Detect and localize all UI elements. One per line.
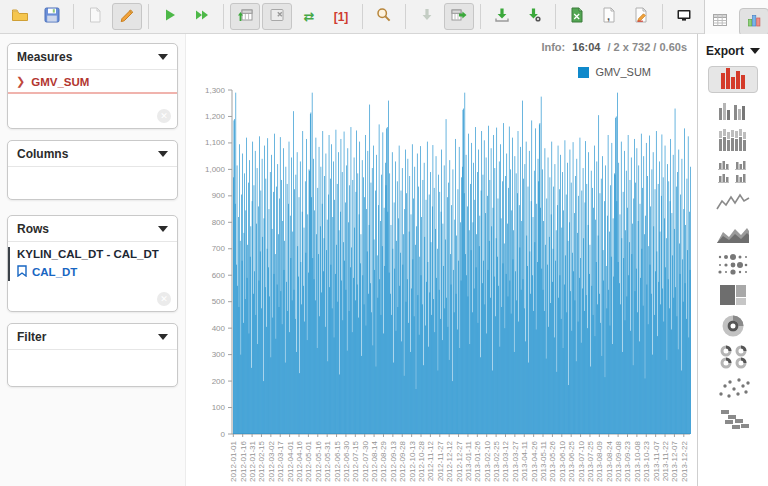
chart-type-grouped-bar-button[interactable] xyxy=(708,97,758,124)
svg-text:2013-05-11: 2013-05-11 xyxy=(539,440,548,481)
svg-text:2012-04-01: 2012-04-01 xyxy=(286,440,295,481)
chart-type-line-button[interactable] xyxy=(708,190,758,217)
expand-chevron-icon[interactable]: ❯ xyxy=(16,75,25,88)
columns-panel: Columns xyxy=(7,140,178,200)
mdx-editor-button[interactable]: [1] xyxy=(326,3,356,30)
chart-type-sunburst-button[interactable] xyxy=(708,314,758,341)
chart-type-bar-button[interactable] xyxy=(708,66,758,93)
chart-type-scatter-button[interactable] xyxy=(708,376,758,403)
columns-panel-body[interactable] xyxy=(8,167,177,199)
chart-legend[interactable]: GMV_SUM xyxy=(186,66,651,78)
svg-text:2013-12-07: 2013-12-07 xyxy=(670,440,679,481)
edit-query-button[interactable] xyxy=(112,3,142,30)
export-dropdown[interactable]: Export xyxy=(706,44,760,58)
filter-panel-header[interactable]: Filter xyxy=(8,324,177,350)
swap-axis-button[interactable]: ⇄ xyxy=(294,3,324,30)
export-table-button[interactable] xyxy=(444,3,474,30)
rows-panel-header[interactable]: Rows xyxy=(8,216,177,242)
svg-text:1,000: 1,000 xyxy=(205,165,226,174)
rows-panel-title: Rows xyxy=(17,222,49,236)
toolbar-separator xyxy=(662,4,663,29)
export-options-button[interactable] xyxy=(519,3,549,30)
chart-type-area-button[interactable] xyxy=(708,221,758,248)
clear-measures-button[interactable]: ✕ xyxy=(157,109,171,123)
chart-type-multiple-donut-button[interactable] xyxy=(708,345,758,372)
filter-panel-title: Filter xyxy=(17,330,46,344)
svg-text:2013-02-10: 2013-02-10 xyxy=(483,440,492,481)
toolbar-separator xyxy=(405,4,406,29)
multiple-donut-icon xyxy=(713,344,753,373)
svg-text:2012-11-27: 2012-11-27 xyxy=(436,440,445,481)
new-query-button[interactable] xyxy=(80,3,110,30)
svg-text:2012-11-12: 2012-11-12 xyxy=(426,440,435,481)
scatter-plot-icon xyxy=(713,375,753,404)
svg-text:2013-03-12: 2013-03-12 xyxy=(501,440,510,481)
bookmark-icon xyxy=(17,265,27,279)
rows-panel-body[interactable]: KYLIN_CAL_DT - CAL_DT CAL_DT ✕ xyxy=(8,247,177,311)
chart-type-small-multiples-button[interactable] xyxy=(708,159,758,186)
filter-panel-body[interactable] xyxy=(8,350,177,386)
toolbar-separator xyxy=(480,4,481,29)
chart-type-treemap-button[interactable] xyxy=(708,283,758,310)
chart-type-stacked-bar-button[interactable] xyxy=(708,128,758,155)
export-xls-button[interactable] xyxy=(562,3,592,30)
chart-options-rail: Export xyxy=(697,34,768,486)
measures-panel-body[interactable]: ❯ GMV_SUM ✕ xyxy=(8,70,177,128)
svg-text:100: 100 xyxy=(212,403,226,412)
measures-panel-header[interactable]: Measures xyxy=(8,44,177,70)
step-chart-icon xyxy=(713,406,753,435)
chevron-down-icon xyxy=(158,54,168,60)
table-view-button[interactable] xyxy=(705,8,735,36)
level-item-cal-dt[interactable]: CAL_DT xyxy=(17,265,171,279)
svg-text:2012-05-01: 2012-05-01 xyxy=(304,440,313,481)
filter-panel: Filter xyxy=(7,323,178,387)
download-arrow-icon xyxy=(418,6,436,27)
auto-run-button[interactable] xyxy=(187,3,217,30)
main-toolbar: ⇄ [1] , xyxy=(0,0,704,34)
bar-chart-icon xyxy=(713,65,753,94)
toggle-fields-button[interactable] xyxy=(230,3,260,30)
chart-view-button[interactable] xyxy=(739,8,768,36)
export-pdf-button[interactable] xyxy=(626,3,656,30)
monitor-icon xyxy=(675,6,693,27)
svg-text:2013-12-22: 2013-12-22 xyxy=(680,440,689,481)
export-csv-button[interactable]: , xyxy=(594,3,624,30)
svg-text:2012-09-13: 2012-09-13 xyxy=(389,440,398,481)
download-button[interactable] xyxy=(412,3,442,30)
svg-text:2012-08-14: 2012-08-14 xyxy=(370,440,379,481)
run-query-button[interactable] xyxy=(155,3,185,30)
toolbar-separator xyxy=(555,4,556,29)
svg-text:2013-11-22: 2013-11-22 xyxy=(661,440,670,481)
gear-download-icon xyxy=(525,6,543,27)
svg-text:2012-01-16: 2012-01-16 xyxy=(239,440,248,481)
svg-text:2013-07-25: 2013-07-25 xyxy=(586,440,595,481)
save-floppy-icon xyxy=(43,6,61,27)
svg-text:2012-01-01: 2012-01-01 xyxy=(229,440,238,481)
toolbar-separator xyxy=(362,4,363,29)
run-play-icon xyxy=(161,6,179,27)
new-document-icon xyxy=(86,6,104,27)
measures-panel-title: Measures xyxy=(17,50,72,64)
bar-chart-plot[interactable]: 01002003004005006007008009001,0001,1001,… xyxy=(186,80,696,486)
chart-type-step-button[interactable] xyxy=(708,407,758,434)
svg-text:2012-03-02: 2012-03-02 xyxy=(267,440,276,481)
measures-panel: Measures ❯ GMV_SUM ✕ xyxy=(7,43,178,129)
clear-rows-button[interactable]: ✕ xyxy=(157,292,171,306)
top-bar: ⇄ [1] , xyxy=(0,0,768,34)
columns-panel-header[interactable]: Columns xyxy=(8,141,177,167)
sunburst-icon xyxy=(713,313,753,342)
zoom-drill-button[interactable] xyxy=(369,3,399,30)
table-right-arrow-icon xyxy=(450,6,468,27)
toggle-sidebar-button[interactable] xyxy=(262,3,292,30)
hierarchy-label: KYLIN_CAL_DT - CAL_DT xyxy=(17,248,171,260)
svg-text:2012-06-15: 2012-06-15 xyxy=(333,440,342,481)
save-query-button[interactable] xyxy=(37,3,67,30)
chart-type-dot-matrix-button[interactable] xyxy=(708,252,758,279)
open-query-button[interactable] xyxy=(5,3,35,30)
rows-dimension-block[interactable]: KYLIN_CAL_DT - CAL_DT CAL_DT xyxy=(8,247,177,281)
svg-text:2012-10-28: 2012-10-28 xyxy=(417,440,426,481)
presentation-mode-button[interactable] xyxy=(669,3,699,30)
export-file-button[interactable] xyxy=(487,3,517,30)
measure-item-gmv-sum[interactable]: ❯ GMV_SUM xyxy=(8,70,177,94)
svg-text:2012-05-31: 2012-05-31 xyxy=(323,440,332,481)
